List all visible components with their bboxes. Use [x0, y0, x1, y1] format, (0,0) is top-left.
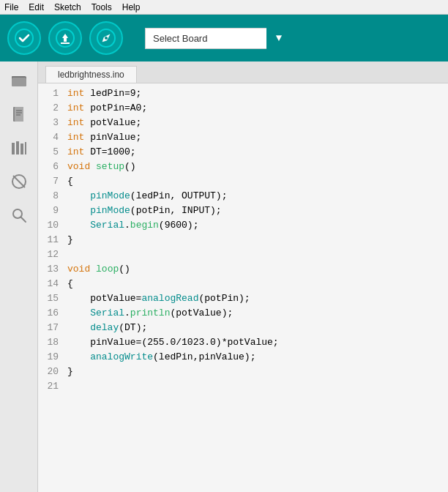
main-area: ledbrightness.ino 1int ledPin=9;2int pot… [38, 61, 448, 492]
line-number: 20 [38, 365, 67, 379]
line-content[interactable]: pinValue=(255.0/1023.0)*potValue; [67, 335, 279, 350]
line-number: 8 [38, 189, 67, 204]
line-content[interactable]: Serial.begin(9600); [67, 218, 198, 233]
search-icon[interactable] [9, 205, 29, 225]
code-line-12: 12 [38, 247, 448, 262]
menu-tools[interactable]: Tools [92, 2, 112, 12]
line-number: 1 [38, 86, 67, 101]
svg-point-6 [105, 37, 108, 40]
line-content[interactable]: { [67, 174, 73, 189]
line-number: 3 [38, 116, 67, 130]
svg-line-20 [13, 176, 25, 187]
svg-rect-18 [25, 142, 26, 154]
line-content[interactable]: pinMode(ledPin, OUTPUT); [67, 189, 227, 204]
svg-point-0 [15, 29, 33, 47]
menu-file[interactable]: File [4, 2, 18, 12]
code-editor[interactable]: 1int ledPin=9;2int potPin=A0;3int potVal… [38, 83, 448, 492]
line-number: 17 [38, 321, 67, 335]
line-number: 16 [38, 306, 67, 321]
code-line-5: 5int DT=1000; [38, 145, 448, 160]
code-line-15: 15 potValue=analogRead(potPin); [38, 291, 448, 306]
code-line-7: 7{ [38, 174, 448, 189]
code-line-14: 14{ [38, 277, 448, 291]
code-line-1: 1int ledPin=9; [38, 86, 448, 101]
code-line-20: 20} [38, 365, 448, 379]
line-number: 15 [38, 291, 67, 306]
line-number: 21 [38, 379, 67, 394]
menubar: File Edit Sketch Tools Help [0, 0, 448, 15]
svg-rect-17 [20, 144, 23, 154]
line-number: 2 [38, 101, 67, 116]
line-content[interactable]: analogWrite(ledPin,pinValue); [67, 350, 255, 365]
code-line-3: 3int potValue; [38, 116, 448, 130]
tab-bar: ledbrightness.ino [38, 61, 448, 83]
line-number: 19 [38, 350, 67, 365]
code-line-2: 2int potPin=A0; [38, 101, 448, 116]
board-select[interactable]: Select Board [145, 28, 291, 49]
library-icon[interactable] [9, 138, 29, 158]
book-icon[interactable] [9, 104, 29, 124]
code-line-11: 11} [38, 233, 448, 247]
line-number: 9 [38, 204, 67, 218]
code-line-8: 8 pinMode(ledPin, OUTPUT); [38, 189, 448, 204]
line-content[interactable]: potValue=analogRead(potPin); [67, 291, 250, 306]
line-content[interactable]: } [67, 233, 73, 247]
menu-sketch[interactable]: Sketch [54, 2, 81, 12]
board-select-wrapper: Select Board ▼ [145, 28, 291, 49]
line-content[interactable]: int potValue; [67, 116, 141, 130]
svg-rect-4 [61, 42, 70, 44]
folder-icon[interactable] [9, 70, 29, 91]
line-number: 12 [38, 247, 67, 262]
svg-rect-9 [12, 78, 26, 86]
line-number: 4 [38, 130, 67, 145]
code-line-13: 13void loop() [38, 262, 448, 277]
line-number: 5 [38, 145, 67, 160]
svg-rect-15 [12, 143, 15, 154]
code-line-17: 17 delay(DT); [38, 321, 448, 335]
svg-rect-11 [15, 107, 23, 122]
code-line-9: 9 pinMode(potPin, INPUT); [38, 204, 448, 218]
code-line-18: 18 pinValue=(255.0/1023.0)*potValue; [38, 335, 448, 350]
code-line-6: 6void setup() [38, 160, 448, 174]
new-sketch-button[interactable] [89, 21, 123, 55]
line-content[interactable]: } [67, 365, 73, 379]
line-number: 6 [38, 160, 67, 174]
line-content[interactable]: pinMode(potPin, INPUT); [67, 204, 222, 218]
checkmark-icon [15, 29, 34, 48]
line-content[interactable]: int DT=1000; [67, 145, 136, 160]
file-tab[interactable]: ledbrightness.ino [45, 66, 137, 83]
line-content[interactable]: int pinValue; [67, 130, 141, 145]
menu-help[interactable]: Help [122, 2, 141, 12]
code-line-21: 21 [38, 379, 448, 394]
toolbar: Select Board ▼ [0, 15, 448, 61]
line-content[interactable]: Serial.println(potValue); [67, 306, 233, 321]
menu-edit[interactable]: Edit [29, 2, 44, 12]
line-content[interactable]: int potPin=A0; [67, 101, 147, 116]
upload-icon [56, 29, 75, 48]
svg-marker-2 [62, 34, 68, 38]
sidebar [0, 61, 38, 492]
line-number: 7 [38, 174, 67, 189]
line-number: 18 [38, 335, 67, 350]
line-number: 11 [38, 233, 67, 247]
sketch-icon [97, 29, 116, 48]
verify-button[interactable] [7, 21, 41, 55]
line-number: 14 [38, 277, 67, 291]
svg-line-22 [20, 217, 26, 223]
line-content[interactable]: delay(DT); [67, 321, 147, 335]
line-content[interactable]: void loop() [67, 262, 130, 277]
line-number: 10 [38, 218, 67, 233]
debug-icon[interactable] [9, 171, 29, 192]
code-line-19: 19 analogWrite(ledPin,pinValue); [38, 350, 448, 365]
line-content[interactable]: { [67, 277, 73, 291]
line-number: 13 [38, 262, 67, 277]
svg-rect-16 [16, 141, 19, 154]
line-content[interactable]: int ledPin=9; [67, 86, 141, 101]
svg-rect-3 [64, 38, 67, 42]
code-line-10: 10 Serial.begin(9600); [38, 218, 448, 233]
line-content[interactable]: void setup() [67, 160, 136, 174]
upload-button[interactable] [48, 21, 82, 55]
code-line-16: 16 Serial.println(potValue); [38, 306, 448, 321]
code-line-4: 4int pinValue; [38, 130, 448, 145]
